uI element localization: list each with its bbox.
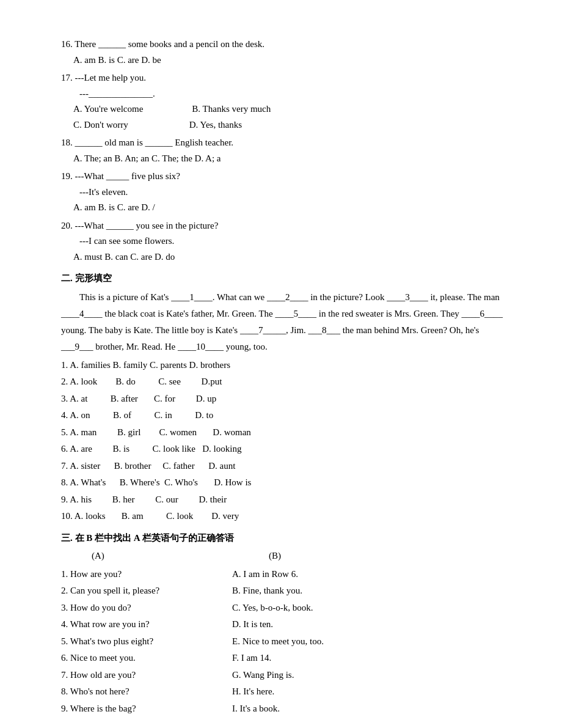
question-18: 18. ______ old man is ______ English tea… bbox=[61, 135, 513, 166]
list-item: 6. Nice to meet you. F. I am 14. bbox=[61, 650, 513, 666]
col-a-item: 7. How old are you? bbox=[61, 667, 232, 683]
item-opts: A. What's B. Where's C. Who's D. How is bbox=[70, 477, 251, 487]
col-b-item: I. It's a book. bbox=[232, 701, 513, 717]
list-item: 7. A. sister B. brother C. father D. aun… bbox=[61, 458, 513, 474]
col-a-item: 8. Who's not here? bbox=[61, 684, 232, 700]
section2-passage: This is a picture of Kat's ____1____. Wh… bbox=[61, 289, 513, 355]
item-opts: A. at B. after C. for D. up bbox=[70, 394, 216, 403]
list-item: 1. A. families B. family C. parents D. b… bbox=[61, 358, 513, 373]
col-b-item: E. Nice to meet you, too. bbox=[232, 634, 513, 650]
col-b-item: D. It is ten. bbox=[232, 617, 513, 633]
q17-sub: ---______________. bbox=[61, 86, 513, 102]
item-num: 5. bbox=[61, 427, 70, 437]
item-num: 10. bbox=[61, 511, 75, 521]
list-item: 8. A. What's B. Where's C. Who's D. How … bbox=[61, 475, 513, 491]
item-opts: A. look B. do C. see D.put bbox=[70, 377, 222, 386]
list-item: 6. A. are B. is C. look like D. looking bbox=[61, 441, 513, 457]
list-item: 8. Who's not here? H. It's here. bbox=[61, 684, 513, 700]
list-item: 5. What's two plus eight? E. Nice to mee… bbox=[61, 634, 513, 650]
section3-header: 三. 在 B 栏中找出 A 栏英语句子的正确答语 bbox=[61, 531, 513, 546]
col-a-item: 5. What's two plus eight? bbox=[61, 634, 232, 650]
q19-sub: ---It's eleven. bbox=[61, 185, 513, 200]
col-b-item: F. I am 14. bbox=[232, 650, 513, 666]
list-item: 10. A. looks B. am C. look D. very bbox=[61, 509, 513, 524]
item-num: 3. bbox=[61, 394, 70, 403]
col-b-item: C. Yes, b-o-o-k, book. bbox=[232, 600, 513, 616]
item-num: 7. bbox=[61, 461, 70, 471]
list-item: 5. A. man B. girl C. women D. woman bbox=[61, 425, 513, 441]
q16-text: 16. There ______ some books and a pencil… bbox=[61, 37, 513, 53]
col-a-item: 6. Nice to meet you. bbox=[61, 650, 232, 666]
item-opts: A. sister B. brother C. father D. aunt bbox=[70, 461, 235, 471]
list-item: 1. How are you? A. I am in Row 6. bbox=[61, 567, 513, 583]
col-a-item: 9. Where is the bag? bbox=[61, 701, 232, 717]
item-num: 4. bbox=[61, 410, 70, 420]
item-num: 9. bbox=[61, 495, 70, 504]
list-item: 3. A. at B. after C. for D. up bbox=[61, 391, 513, 407]
list-item: 9. A. his B. her C. our D. their bbox=[61, 492, 513, 508]
list-item: 7. How old are you? G. Wang Ping is. bbox=[61, 667, 513, 683]
col-b-item: H. It's here. bbox=[232, 684, 513, 700]
section3-col-b-header: (B) bbox=[269, 548, 513, 564]
list-item: 9. Where is the bag? I. It's a book. bbox=[61, 701, 513, 717]
item-opts: A. are B. is C. look like D. looking bbox=[70, 444, 241, 454]
col-a-item: 4. What row are you in? bbox=[61, 617, 232, 633]
col-b-item: G. Wang Ping is. bbox=[232, 667, 513, 683]
item-num: 2. bbox=[61, 377, 70, 386]
list-item: 3. How do you do? C. Yes, b-o-o-k, book. bbox=[61, 600, 513, 616]
question-16: 16. There ______ some books and a pencil… bbox=[61, 37, 513, 68]
col-a-item: 2. Can you spell it, please? bbox=[61, 583, 232, 599]
q20-text: 20. ---What ______ you see in the pictur… bbox=[61, 218, 513, 234]
section2-items: 1. A. families B. family C. parents D. b… bbox=[61, 358, 513, 524]
q20-options: A. must B. can C. are D. do bbox=[61, 249, 513, 265]
col-b-item: B. Fine, thank you. bbox=[232, 583, 513, 599]
q16-options: A. am B. is C. are D. be bbox=[61, 53, 513, 68]
col-b-item: A. I am in Row 6. bbox=[232, 567, 513, 583]
item-opts: A. families B. family C. parents D. brot… bbox=[70, 360, 230, 370]
item-num: 1. bbox=[61, 360, 70, 370]
section3-pairs: 1. How are you? A. I am in Row 6. 2. Can… bbox=[61, 567, 513, 717]
section3-col-a-header: (A) bbox=[92, 548, 269, 564]
col-a-item: 1. How are you? bbox=[61, 567, 232, 583]
q18-options: A. The; an B. An; an C. The; the D. A; a bbox=[61, 151, 513, 167]
question-19: 19. ---What _____ five plus six? ---It's… bbox=[61, 169, 513, 216]
q17-text: 17. ---Let me help you. bbox=[61, 70, 513, 86]
item-opts: A. his B. her C. our D. their bbox=[70, 495, 227, 504]
list-item: 4. What row are you in? D. It is ten. bbox=[61, 617, 513, 633]
q17-optB: B. Thanks very much bbox=[192, 101, 271, 117]
list-item: 4. A. on B. of C. in D. to bbox=[61, 408, 513, 424]
item-num: 8. bbox=[61, 477, 70, 487]
q17-optC: C. Don't worry bbox=[73, 117, 128, 133]
col-a-item: 3. How do you do? bbox=[61, 600, 232, 616]
q19-text: 19. ---What _____ five plus six? bbox=[61, 169, 513, 185]
question-17: 17. ---Let me help you. ---_____________… bbox=[61, 70, 513, 133]
q17-optD: D. Yes, thanks bbox=[189, 117, 242, 133]
list-item: 2. Can you spell it, please? B. Fine, th… bbox=[61, 583, 513, 599]
question-20: 20. ---What ______ you see in the pictur… bbox=[61, 218, 513, 265]
q18-text: 18. ______ old man is ______ English tea… bbox=[61, 135, 513, 151]
item-opts: A. looks B. am C. look D. very bbox=[75, 511, 239, 521]
q19-options: A. am B. is C. are D. / bbox=[61, 200, 513, 216]
item-opts: A. on B. of C. in D. to bbox=[70, 410, 213, 420]
q17-optA: A. You're welcome bbox=[73, 101, 143, 117]
item-opts: A. man B. girl C. women D. woman bbox=[70, 427, 251, 437]
q20-sub: ---I can see some flowers. bbox=[61, 233, 513, 249]
section2-header: 二. 完形填空 bbox=[61, 271, 513, 287]
item-num: 6. bbox=[61, 444, 70, 454]
list-item: 2. A. look B. do C. see D.put bbox=[61, 374, 513, 390]
